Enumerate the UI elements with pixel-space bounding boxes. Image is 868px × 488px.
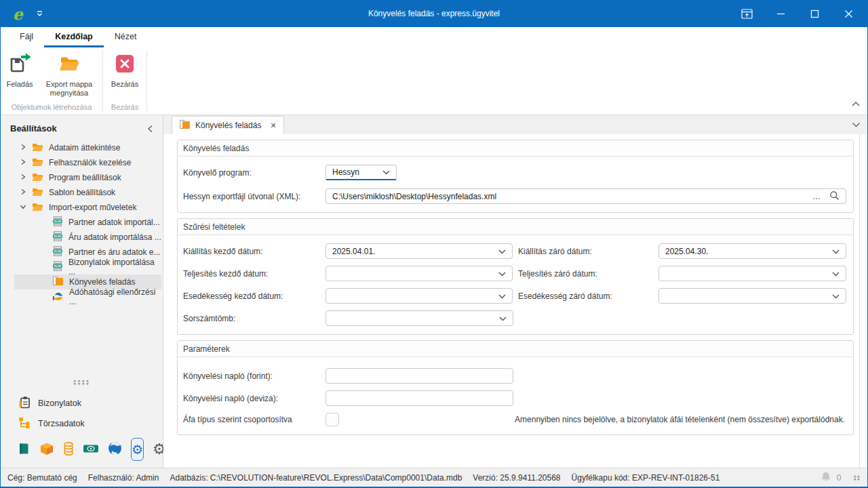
sorszamtomb-combobox[interactable] — [326, 310, 513, 326]
chevron-down-icon — [498, 247, 506, 256]
document-tab-konyveles-feladas[interactable]: Könyvelés feladás ✕ — [172, 116, 284, 134]
chevron-right-icon — [20, 173, 26, 182]
pin-ribbon-icon[interactable] — [740, 7, 753, 20]
field-label-esedekesseg-kezdo: Esedékesség kezdő dátum: — [183, 291, 326, 301]
save-export-icon — [8, 53, 31, 77]
collapse-ribbon-icon[interactable] — [851, 100, 861, 109]
tab-kezdolap[interactable]: Kezdőlap — [44, 27, 104, 47]
tree-item-adohatosagi[interactable]: Adóhatósági ellenőrzési ... — [1, 289, 163, 304]
combobox-value: Hessyn — [332, 167, 359, 177]
document-tab-label: Könyvelés feladás — [195, 121, 261, 130]
chevron-right-icon — [20, 188, 26, 197]
browse-ellipsis-button[interactable]: … — [812, 192, 821, 201]
field-label-program: Könyvelő program: — [183, 168, 326, 178]
document-tab-strip: Könyvelés feladás ✕ — [163, 115, 867, 134]
package-icon[interactable] — [39, 442, 54, 458]
maximize-button[interactable] — [808, 7, 821, 20]
settings-module-active[interactable]: ⚙ — [131, 438, 144, 461]
ribbon-separator — [146, 50, 147, 112]
tree-item-aru-import[interactable]: XLSX Áru adatok importálása ... — [1, 230, 163, 245]
esedekesseg-kezdo-datum-combobox[interactable] — [326, 288, 513, 304]
chevron-down-icon — [499, 314, 507, 323]
group-szuresi-feltetelek: Szűrési feltételek Kiállítás kezdő dátum… — [177, 218, 854, 335]
window-title: Könyvelés feladás - express.ügyvitel — [1, 9, 867, 18]
book-icon[interactable] — [17, 442, 31, 458]
globe-icon[interactable] — [108, 441, 122, 458]
notification-bell-icon[interactable] — [821, 471, 831, 484]
feladas-button[interactable]: Feladás — [1, 52, 39, 89]
field-label-afa-csoportositas: Áfa típus szerint csoportosítva — [183, 415, 326, 424]
sidebar-item-torzsadatok[interactable]: Törzsadatok — [1, 413, 163, 434]
chevron-right-icon — [20, 143, 26, 152]
combobox-value: 2025.04.30. — [665, 247, 708, 256]
folder-stack-icon — [52, 276, 64, 288]
tree-item-felhasznalok[interactable]: Felhasználók kezelése — [1, 155, 163, 170]
field-label-kiallitas-zaro: Kiállítás záró dátum: — [518, 247, 658, 256]
teljesites-zaro-datum-combobox[interactable] — [658, 266, 846, 281]
kiallitas-kezdo-datum-combobox[interactable]: 2025.04.01. — [326, 243, 513, 259]
tree-item-bizonylatok-import[interactable]: XLSX Bizonylatok importálása ... — [1, 260, 163, 274]
ribbon-group-label-bezaras: Bezárás — [103, 100, 146, 115]
clipboard-icon — [18, 396, 31, 411]
tab-nezet[interactable]: Nézet — [104, 27, 148, 47]
naplo-forint-input[interactable] — [326, 368, 513, 384]
status-database: Adatbázis: C:\REVOLUTION-feature\REVOL.E… — [170, 473, 462, 483]
tab-list-dropdown-icon[interactable] — [852, 122, 861, 127]
folder-icon — [32, 142, 43, 154]
bezaras-button[interactable]: Bezárás — [106, 52, 144, 89]
resize-grip[interactable]: ●●●● — [854, 475, 861, 481]
sidebar-item-label: Törzsadatok — [38, 419, 85, 428]
esedekesseg-zaro-datum-combobox[interactable] — [658, 288, 846, 304]
group-title: Könyvelés feladás — [178, 140, 853, 157]
sidebar-splitter-handle[interactable]: ●●●●●●●● — [1, 380, 163, 385]
settings-sidebar: Beállítások Adataim áttekintése Felhaszn… — [1, 115, 163, 468]
chevron-down-icon — [20, 203, 26, 212]
notification-count: 0 — [837, 473, 842, 483]
program-combobox[interactable]: Hessyn — [326, 165, 397, 180]
export-path-field[interactable]: C:\Users\miklosh\Desktop\Hessynfeladas.x… — [326, 188, 846, 204]
status-version: Verzió: 25.9.9411.20568 — [473, 473, 560, 483]
hierarchy-icon — [18, 417, 31, 430]
tree-item-partner-import[interactable]: XLSX Partner adatok importál... — [1, 215, 163, 230]
search-icon[interactable] — [829, 190, 840, 203]
svg-text:XLSX: XLSX — [54, 264, 62, 268]
afa-csoportositas-checkbox[interactable] — [326, 413, 339, 426]
tree-item-import-export[interactable]: Import-export műveletek — [1, 200, 163, 215]
field-label-export-path: Hessyn exportfájl útvonal (XML): — [183, 192, 326, 201]
ribbon-tab-bar: Fájl Kezdőlap Nézet — [1, 27, 867, 47]
minimize-button[interactable] — [774, 7, 787, 20]
settings-tree: Adataim áttekintése Felhasználók kezelés… — [1, 140, 163, 304]
export-folder-button[interactable]: Export mappa megnyitása — [39, 52, 100, 98]
tree-item-program-beallitasok[interactable]: Program beállítások — [1, 170, 163, 185]
tree-item-sablon-beallitasok[interactable]: Sablon beállítások — [1, 185, 163, 200]
tree-item-adataim[interactable]: Adataim áttekintése — [1, 140, 163, 155]
money-icon[interactable] — [83, 443, 99, 456]
export-folder-button-label: Export mappa megnyitása — [39, 80, 100, 98]
quick-access-dropdown-icon[interactable] — [35, 9, 44, 18]
bezaras-button-label: Bezárás — [111, 80, 138, 89]
status-bar: Cég: Bemutató cég Felhasználó: Admin Ada… — [1, 468, 867, 487]
chevron-down-icon — [832, 269, 840, 279]
tree-item-label: Import-export műveletek — [49, 203, 136, 212]
sidebar-collapse-icon[interactable] — [147, 125, 153, 133]
tab-close-icon[interactable]: ✕ — [270, 121, 276, 130]
field-label-teljesites-zaro: Teljesítés záró dátum: — [518, 269, 658, 279]
close-button[interactable] — [842, 7, 855, 20]
xlsx-icon: XLSX — [52, 231, 63, 243]
export-path-value: C:\Users\miklosh\Desktop\Hessynfeladas.x… — [332, 192, 804, 201]
teljesites-kezdo-datum-combobox[interactable] — [326, 266, 513, 281]
coins-icon[interactable] — [63, 442, 74, 458]
tree-item-label: Adataim áttekintése — [49, 143, 120, 152]
group-title: Szűrési feltételek — [178, 219, 853, 235]
folder-icon — [32, 172, 43, 184]
status-user: Felhasználó: Admin — [88, 473, 159, 483]
kiallitas-zaro-datum-combobox[interactable]: 2025.04.30. — [658, 243, 846, 259]
group-parameterek: Paraméterek Könyvelési napló (forint): K… — [177, 340, 854, 435]
sidebar-item-label: Bizonylatok — [38, 399, 81, 408]
sidebar-item-bizonylatok[interactable]: Bizonylatok — [1, 393, 163, 413]
chevron-down-icon — [498, 291, 506, 301]
tab-fajl[interactable]: Fájl — [9, 27, 44, 47]
naplo-deviza-input[interactable] — [326, 390, 513, 406]
chevron-down-icon — [382, 167, 390, 177]
svg-text:XLSX: XLSX — [54, 220, 62, 223]
